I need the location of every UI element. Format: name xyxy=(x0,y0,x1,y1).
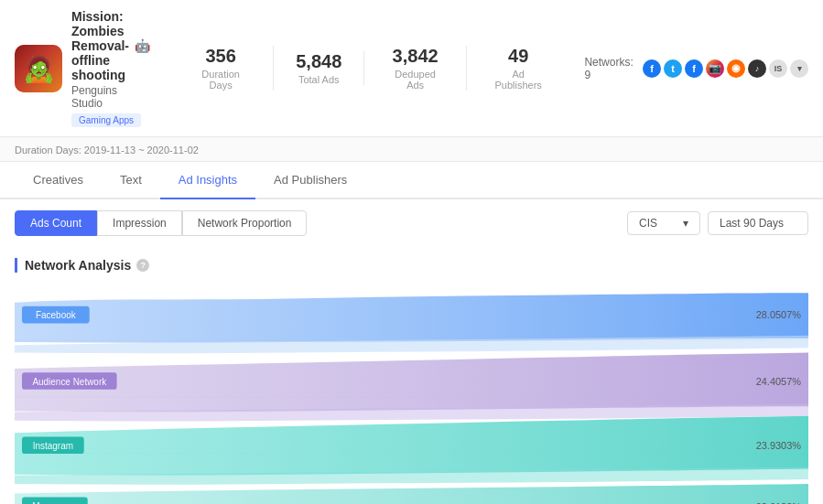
facebook-label: Facebook xyxy=(36,310,77,320)
period-dropdown[interactable]: Last 90 Days xyxy=(708,211,808,235)
twitter-icon: t xyxy=(664,59,682,78)
robot-icon: 🤖 xyxy=(135,38,150,53)
fb2-icon: f xyxy=(685,59,703,78)
stat-duration: 356 Duration Days xyxy=(168,46,274,91)
chart-section: Network Analysis ? xyxy=(0,247,823,504)
instagram-label: Instagram xyxy=(33,441,73,451)
stat-duration-value: 356 xyxy=(190,46,251,67)
audience-network-area xyxy=(15,352,808,412)
audience-network-label: Audience Network xyxy=(32,376,107,386)
stat-total-ads-label: Total Ads xyxy=(296,74,341,85)
audience-network-percentage: 24.4057% xyxy=(756,375,801,386)
networks-label: Networks: 9 xyxy=(584,56,637,81)
tab-creatives[interactable]: Creatives xyxy=(15,162,102,199)
stat-total-ads-value: 5,848 xyxy=(296,51,341,72)
duration-bar: Duration Days: 2019-11-13 ~ 2020-11-02 xyxy=(0,137,823,162)
expand-networks-icon[interactable]: ▾ xyxy=(790,59,808,78)
stat-deduped-ads: 3,842 Deduped Ads xyxy=(364,46,467,91)
chart-container: Facebook Audience Network Instagram Mess… xyxy=(15,284,808,504)
tab-text[interactable]: Text xyxy=(102,162,160,199)
facebook-icon: f xyxy=(643,59,661,78)
app-studio: Penguins Studio xyxy=(71,84,150,110)
instagram-percentage: 23.9303% xyxy=(756,440,801,451)
stat-total-ads: 5,848 Total Ads xyxy=(274,51,364,85)
region-dropdown-value: CIS xyxy=(639,217,657,230)
impression-button[interactable]: Impression xyxy=(97,210,182,236)
facebook-percentage: 28.0507% xyxy=(756,309,801,320)
app-info: Mission: Zombies Removal-offline shootin… xyxy=(71,9,150,127)
stat-duration-label: Duration Days xyxy=(190,69,251,91)
tabs: Creatives Text Ad Insights Ad Publishers xyxy=(0,162,823,199)
stat-deduped-ads-value: 3,842 xyxy=(386,46,444,67)
stat-ad-publishers-value: 49 xyxy=(489,46,547,67)
chart-svg: Facebook Audience Network Instagram Mess… xyxy=(15,284,808,504)
stats-row: 356 Duration Days 5,848 Total Ads 3,842 … xyxy=(168,46,569,91)
chart-title-text: Network Analysis xyxy=(25,258,131,273)
instagram-icon: 📷 xyxy=(706,59,724,78)
sub-controls: Ads Count Impression Network Proportion … xyxy=(0,199,823,247)
app-tag: Gaming Apps xyxy=(71,113,141,127)
ads-count-button[interactable]: Ads Count xyxy=(15,210,97,236)
tab-ad-insights[interactable]: Ad Insights xyxy=(160,162,255,199)
duration-text: Duration Days: 2019-11-13 ~ 2020-11-02 xyxy=(15,145,199,155)
stat-deduped-ads-label: Deduped Ads xyxy=(386,69,444,91)
stat-ad-publishers: 49 Ad Publishers xyxy=(467,46,569,91)
more-networks-icon: IS xyxy=(769,59,787,78)
snapchat-icon: ◉ xyxy=(727,59,745,78)
network-icons: f t f 📷 ◉ ♪ IS ▾ xyxy=(643,59,808,78)
header: Mission: Zombies Removal-offline shootin… xyxy=(0,0,823,137)
chevron-down-icon: ▾ xyxy=(683,217,688,230)
app-title: Mission: Zombies Removal-offline shootin… xyxy=(71,9,150,82)
stat-ad-publishers-label: Ad Publishers xyxy=(489,69,547,91)
app-icon xyxy=(15,45,62,92)
info-icon[interactable]: ? xyxy=(136,259,149,272)
instagram-area xyxy=(15,416,808,476)
network-proportion-button[interactable]: Network Proportion xyxy=(182,210,308,236)
region-dropdown[interactable]: CIS ▾ xyxy=(627,211,700,235)
tiktok-icon: ♪ xyxy=(748,59,766,78)
messenger-area xyxy=(15,484,808,504)
tab-ad-publishers[interactable]: Ad Publishers xyxy=(255,162,365,199)
view-toggle-group: Ads Count Impression Network Proportion xyxy=(15,210,307,236)
app-title-text: Mission: Zombies Removal-offline shootin… xyxy=(71,9,129,82)
networks-section: Networks: 9 f t f 📷 ◉ ♪ IS ▾ xyxy=(584,56,808,81)
facebook-area xyxy=(15,293,808,343)
section-title: Network Analysis ? xyxy=(15,258,808,273)
